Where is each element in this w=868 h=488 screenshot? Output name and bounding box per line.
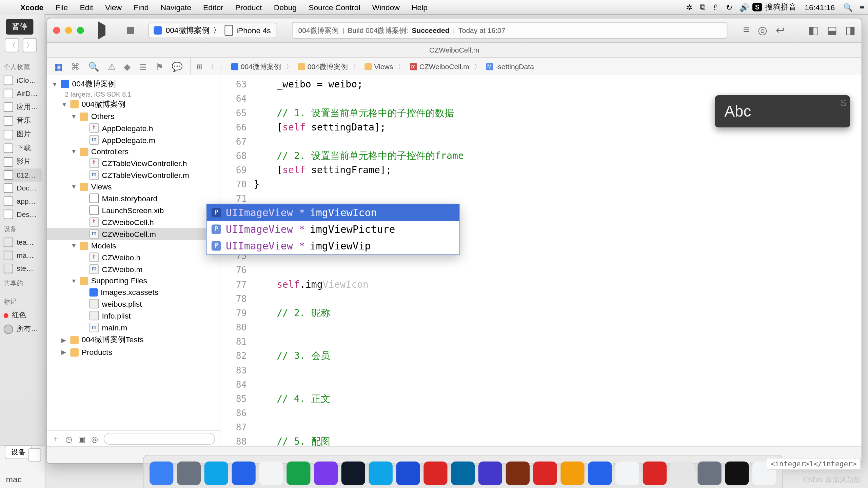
dock-app-icon[interactable] xyxy=(533,462,557,485)
sidebar-item[interactable]: ma… xyxy=(4,249,42,262)
filter-input[interactable] xyxy=(104,433,215,445)
dock-app-icon[interactable] xyxy=(615,462,639,485)
filter-recent-icon[interactable]: ◷ xyxy=(65,434,72,443)
forward-button[interactable]: 〉 xyxy=(23,38,37,52)
tree-item[interactable]: ▼004微博案例 xyxy=(47,98,220,111)
sidebar-item[interactable]: 影片 xyxy=(4,155,42,168)
autocomplete-item[interactable]: PUIImageView * imgViewPicture xyxy=(207,221,459,238)
disclosure-icon[interactable]: ▼ xyxy=(71,113,77,120)
menu-product[interactable]: Product xyxy=(229,3,268,12)
standard-editor-icon[interactable]: ≡ xyxy=(743,24,749,37)
menu-debug[interactable]: Debug xyxy=(268,3,302,12)
tag-item[interactable]: 红色 xyxy=(4,308,42,322)
notification-center-icon[interactable]: ≡ xyxy=(856,3,868,12)
dock-app-icon[interactable] xyxy=(396,462,420,485)
tree-item[interactable]: hCZTableViewController.h xyxy=(47,157,220,169)
tree-item[interactable]: mAppDelegate.m xyxy=(47,134,220,146)
tab-bar[interactable]: CZWeiboCell.m xyxy=(47,43,862,58)
menu-file[interactable]: File xyxy=(50,3,74,12)
dock-app-icon[interactable] xyxy=(314,462,338,485)
sidebar-item[interactable]: 音乐 xyxy=(4,114,42,127)
tree-item[interactable]: LaunchScreen.xib xyxy=(47,204,220,216)
breadcrumb[interactable]: M-settingData xyxy=(486,62,534,71)
menubar-extra-icon[interactable]: ⇪ xyxy=(709,3,722,12)
tree-item[interactable]: ▼004微博案例 xyxy=(47,77,220,90)
tree-item[interactable]: mmain.m xyxy=(47,322,220,333)
dock-app-icon[interactable] xyxy=(369,462,393,485)
jump-forward-icon[interactable]: 〉 xyxy=(219,62,226,72)
autocomplete-item[interactable]: PUIImageView * imgViewVip xyxy=(207,238,459,254)
time-machine-icon[interactable]: ↻ xyxy=(722,3,736,12)
navigator-test-icon[interactable]: ◆ xyxy=(124,61,131,72)
screen-record-icon[interactable]: ⧉ xyxy=(696,2,709,12)
disclosure-icon[interactable]: ▼ xyxy=(61,101,67,107)
tree-item[interactable]: Info.plist xyxy=(47,310,220,322)
tree-item[interactable]: ▼Views xyxy=(47,181,220,192)
sidebar-item[interactable]: AirD… xyxy=(4,87,42,100)
scheme-selector[interactable]: 004微博案例 〉 iPhone 4s xyxy=(148,23,276,38)
dock-app-icon[interactable] xyxy=(725,462,749,485)
navigator-symbol-icon[interactable]: ⌘ xyxy=(71,61,80,72)
version-editor-icon[interactable]: ↩ xyxy=(776,24,785,37)
navigator-project-icon[interactable]: ▦ xyxy=(54,61,63,72)
dock-app-icon[interactable] xyxy=(670,462,694,485)
tree-item[interactable]: Images.xcassets xyxy=(47,286,220,298)
dock-app-icon[interactable] xyxy=(506,462,530,485)
tree-item[interactable]: mCZWeiboCell.m xyxy=(47,228,220,240)
sidebar-item[interactable]: ste… xyxy=(4,262,42,275)
disclosure-icon[interactable]: ▼ xyxy=(52,81,58,87)
navigator-search-icon[interactable]: 🔍 xyxy=(88,61,99,72)
disclosure-icon[interactable]: ▶ xyxy=(61,337,67,343)
jump-back-icon[interactable]: 〈 xyxy=(207,62,214,72)
traffic-lights[interactable] xyxy=(53,27,84,34)
menu-window[interactable]: Window xyxy=(366,3,406,12)
toggle-right-panel-icon[interactable]: ◨ xyxy=(845,24,855,37)
menu-editor[interactable]: Editor xyxy=(197,3,229,12)
disclosure-icon[interactable]: ▼ xyxy=(71,183,77,190)
back-button[interactable]: 〈 xyxy=(5,38,19,52)
navigator-breakpoint-icon[interactable]: ⚑ xyxy=(156,61,163,72)
sidebar-item[interactable]: tea… xyxy=(4,236,42,249)
disclosure-icon[interactable]: ▼ xyxy=(71,148,77,155)
pause-button[interactable]: 暂停 xyxy=(6,19,34,35)
autocomplete-popup[interactable]: PUIImageView * imgViewIconPUIImageView *… xyxy=(206,204,460,255)
dock-app-icon[interactable] xyxy=(287,462,310,485)
related-items-icon[interactable]: ⊞ xyxy=(197,62,203,71)
tree-item[interactable]: weibos.plist xyxy=(47,298,220,310)
autocomplete-item[interactable]: PUIImageView * imgViewIcon xyxy=(207,204,459,221)
tree-item[interactable]: ▼Supporting Files xyxy=(47,275,220,286)
dock-app-icon[interactable] xyxy=(423,462,447,485)
dock-app-icon[interactable] xyxy=(259,462,283,485)
navigator-issue-icon[interactable]: ⚠ xyxy=(108,61,116,72)
menu-source-control[interactable]: Source Control xyxy=(303,3,367,12)
navigator-debug-icon[interactable]: ≣ xyxy=(139,61,147,72)
toggle-bottom-panel-icon[interactable]: ⬓ xyxy=(827,24,837,37)
tree-item[interactable]: mCZWeibo.m xyxy=(47,263,220,275)
breadcrumb[interactable]: 004微博案例 xyxy=(298,62,348,72)
app-name[interactable]: Xcode xyxy=(14,3,50,12)
run-button[interactable] xyxy=(98,21,115,39)
menu-navigate[interactable]: Navigate xyxy=(155,3,197,12)
breadcrumb[interactable]: 004微博案例 xyxy=(231,62,281,72)
spotlight-icon[interactable]: 🔍 xyxy=(840,3,856,12)
sidebar-item[interactable]: app… xyxy=(4,195,42,208)
dock-app-icon[interactable] xyxy=(451,462,475,485)
dock-app-icon[interactable] xyxy=(341,462,365,485)
tree-item[interactable]: hCZWeiboCell.h xyxy=(47,216,220,228)
tree-item[interactable]: ▼Others xyxy=(47,111,220,122)
filter-icon[interactable]: ◎ xyxy=(91,434,98,443)
tree-item[interactable]: ▶004微博案例Tests xyxy=(47,333,220,347)
sidebar-item[interactable]: iClo… xyxy=(4,74,42,87)
tree-item[interactable]: hAppDelegate.h xyxy=(47,122,220,134)
dock-app-icon[interactable] xyxy=(232,462,255,485)
tree-item[interactable]: ▼Controllers xyxy=(47,146,220,157)
volume-icon[interactable]: 🔊 xyxy=(736,3,753,12)
dock-app-icon[interactable] xyxy=(560,462,584,485)
sidebar-item[interactable]: 图片 xyxy=(4,127,42,141)
dock[interactable] xyxy=(143,455,783,488)
breadcrumb[interactable]: mCZWeiboCell.m xyxy=(410,62,469,71)
menu-find[interactable]: Find xyxy=(128,3,155,12)
navigator-report-icon[interactable]: 💬 xyxy=(172,61,183,72)
tree-item[interactable]: hCZWeibo.h xyxy=(47,251,220,263)
filter-scm-icon[interactable]: ▣ xyxy=(78,434,85,443)
